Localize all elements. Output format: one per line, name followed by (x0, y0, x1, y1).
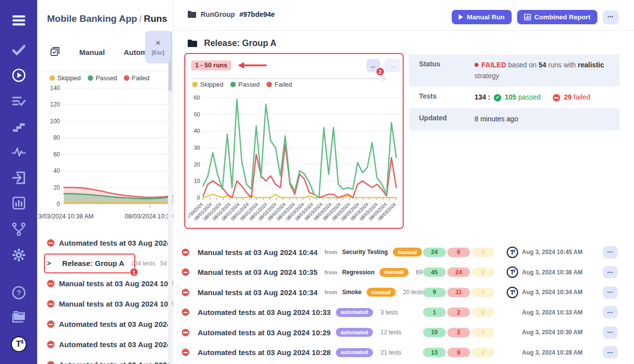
run-timestamp: Aug 3, 2024 10:33 AM (522, 309, 596, 316)
activity-icon[interactable] (0, 146, 37, 158)
list-check-icon[interactable] (0, 95, 37, 108)
row-more-button[interactable]: ••• (603, 286, 618, 299)
esc-close-popup[interactable]: × [Esc] (145, 31, 171, 63)
testomat-logo[interactable]: T (0, 336, 37, 353)
testomat-logo-icon: T (507, 266, 518, 278)
menu-icon[interactable] (0, 13, 37, 28)
row-more-button[interactable]: ••• (603, 306, 618, 318)
svg-text:120: 120 (50, 101, 60, 108)
steps-icon[interactable] (0, 121, 37, 133)
row-more-button[interactable]: ••• (603, 346, 618, 359)
run-row[interactable]: Manual tests at 03 Aug 2024 10:34 from S… (173, 282, 634, 303)
svg-text:80: 80 (53, 134, 60, 141)
failed-pill: 24 (447, 267, 470, 277)
folder-icon (188, 40, 197, 47)
run-title: Manual tests at 03 Aug 2024 10:43 (59, 279, 173, 288)
close-icon[interactable]: × (156, 39, 160, 47)
svg-text:30: 30 (194, 145, 200, 151)
left-chart-legend: SkippedPassedFailed (50, 74, 150, 82)
row-more-button[interactable]: ••• (603, 326, 618, 339)
row-more-button[interactable]: ••• (603, 266, 618, 278)
run-title[interactable]: Manual tests at 03 Aug 2024 10:44 (198, 248, 317, 257)
left-chart-x-axis: 3/03/2024 10:38 AM 08/03/2024 10:39 (37, 213, 173, 222)
svg-text:60: 60 (53, 151, 60, 158)
svg-text:0: 0 (56, 201, 60, 208)
run-title[interactable]: Manual tests at 03 Aug 2024 10:35 (198, 268, 317, 276)
run-row[interactable]: Automated tests at 03 Aug 2024 10:28 aut… (173, 343, 634, 363)
x-label-end: 08/03/2024 10:39 (125, 213, 173, 220)
tab-manual[interactable]: Manual (79, 48, 105, 56)
list-item[interactable]: Automated tests at 03 Aug 2024 10 (37, 355, 173, 364)
manual-run-button[interactable]: Manual Run (452, 10, 512, 24)
legend-item: Skipped (192, 81, 223, 88)
passed-pill: 45 (423, 267, 446, 277)
skipped-pill: 0 (472, 267, 494, 277)
folders-icon[interactable] (0, 311, 37, 324)
skipped-pill: 0 (472, 288, 494, 297)
run-title[interactable]: Automated tests at 03 Aug 2024 10:29 (198, 328, 331, 337)
next-page-button[interactable]: → (384, 59, 401, 72)
tests-count: 3 tests (380, 309, 398, 316)
left-panel-scrollbar[interactable] (168, 31, 172, 364)
breadcrumb-project[interactable]: Mobile Banking App (47, 13, 137, 24)
run-row[interactable]: Manual tests at 03 Aug 2024 10:44 from S… (173, 242, 634, 262)
group-run-rows: Manual tests at 03 Aug 2024 10:44 from S… (173, 242, 634, 363)
svg-text:20: 20 (53, 184, 60, 191)
failed-minus-icon (47, 300, 54, 308)
run-title[interactable]: Automated tests at 03 Aug 2024 10:33 (198, 308, 331, 316)
result-pills: 1 2 0 (423, 308, 502, 317)
sidebar: ? T (0, 0, 37, 364)
list-item[interactable]: Automated tests at 03 Aug 2024 10 (37, 314, 173, 334)
help-icon[interactable]: ? (0, 286, 37, 300)
runs-left-panel: Mobile Banking App/Runs Manual Automated… (37, 0, 173, 364)
run-type-badge: automated (336, 328, 373, 337)
run-source: Security Testing (342, 249, 388, 256)
updated-label: Updated (409, 108, 475, 130)
legend-item: Failed (266, 81, 292, 88)
reporter-logo-slot: T (502, 287, 522, 298)
failed-minus-icon (182, 329, 189, 336)
settings-gear-icon[interactable] (0, 248, 37, 262)
skipped-pill: 0 (472, 328, 494, 337)
legend-dot (230, 82, 236, 87)
run-row[interactable]: Automated tests at 03 Aug 2024 10:29 aut… (173, 322, 634, 343)
group-runs-line-chart: 605040302010007/30/202408/01/202408/01/2… (188, 91, 402, 227)
play-circle-icon[interactable] (0, 68, 37, 82)
result-pills: 10 2 0 (423, 328, 502, 337)
legend-item: Skipped (50, 74, 81, 82)
passed-check-icon: ✓ (494, 94, 501, 102)
run-title[interactable]: Manual tests at 03 Aug 2024 10:34 (198, 288, 317, 297)
annotation-box-group: 1 (44, 254, 135, 273)
combined-report-button[interactable]: Combined Report (517, 10, 597, 24)
select-runs-icon[interactable] (50, 46, 60, 58)
passed-pill: 9 (423, 288, 446, 297)
row-more-button[interactable]: ••• (603, 246, 618, 259)
header-more-button[interactable]: ••• (603, 10, 619, 24)
updated-value: 8 minutes ago (475, 108, 525, 130)
status-value: FAILED based on 54 runs with realistic s… (475, 54, 620, 87)
svg-text:40: 40 (194, 128, 200, 134)
tests-count: 12 tests (380, 329, 401, 336)
list-item[interactable]: Manual tests at 03 Aug 2024 10:42 (37, 294, 173, 314)
run-title[interactable]: Automated tests at 03 Aug 2024 10:28 (198, 348, 331, 357)
run-row[interactable]: Manual tests at 03 Aug 2024 10:35 from R… (173, 262, 634, 283)
svg-text:?: ? (16, 289, 21, 297)
sign-in-icon[interactable] (0, 171, 37, 184)
run-row[interactable]: Automated tests at 03 Aug 2024 10:33 aut… (173, 303, 634, 323)
passed-pill: 24 (423, 248, 446, 257)
run-type-badge: manual (393, 248, 422, 257)
failed-minus-icon (182, 349, 189, 356)
failed-minus-icon (47, 341, 54, 348)
svg-text:50: 50 (194, 111, 200, 117)
list-item[interactable]: Automated tests at 03 Aug 2024 10 (37, 334, 173, 355)
git-branch-icon[interactable] (0, 222, 37, 236)
skipped-pill: 0 (472, 348, 494, 357)
runs-list: Automated tests at 03 Aug 2024 10 > Rele… (37, 233, 173, 364)
check-icon[interactable] (0, 44, 37, 56)
tests-count: 69 tests (416, 269, 423, 276)
failed-minus-icon (182, 268, 189, 276)
list-item[interactable]: Manual tests at 03 Aug 2024 10:43 (37, 273, 173, 294)
folder-icon (188, 11, 196, 18)
bar-chart-icon[interactable] (0, 197, 37, 209)
list-item[interactable]: Automated tests at 03 Aug 2024 10 (37, 233, 173, 253)
